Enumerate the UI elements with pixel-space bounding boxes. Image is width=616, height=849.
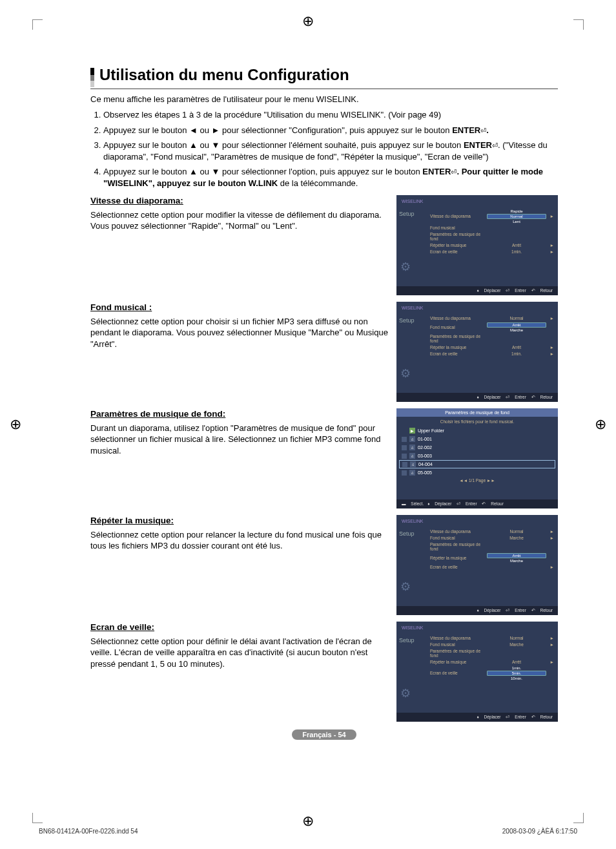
gear-icon: ⚙ <box>400 366 411 381</box>
tv-screenshot-saver: WISELINK Setup ⚙ Vitesse du diaporamaNor… <box>396 622 558 722</box>
row-label: Fond musical <box>430 642 487 647</box>
enter-label: ENTER <box>452 125 480 135</box>
row-label: Vitesse du diaporama <box>430 636 487 640</box>
arrow-icon: ► <box>546 214 554 218</box>
tv-row-repeat: Répéter la musiqueArrêt► <box>430 658 554 665</box>
footer-move: ♦ Déplacer <box>427 501 451 506</box>
tv-row-bg: Fond musicalMarche► <box>430 641 554 647</box>
step-text: Appuyez sur le bouton ▲ ou ▼ pour sélect… <box>103 167 422 176</box>
crop-mark <box>32 19 43 30</box>
tv-row-bg: Fond musicalMarche► <box>430 534 554 541</box>
crop-mark <box>32 813 43 823</box>
tv-screenshot-speed: WISELINK Setup ⚙ Vitesse du diaporama Ra… <box>396 195 558 295</box>
tv-sidebar: Setup ⚙ <box>396 208 431 278</box>
tv-footer: ♦ Déplacer ⏎ Entrer ↶ Retour <box>396 606 558 615</box>
row-value: Arrêt <box>487 660 546 664</box>
intro-text: Ce menu affiche les paramètres de l'util… <box>90 94 558 104</box>
section-heading: Vitesse du diaporama: <box>90 195 389 207</box>
tv-row-bg: Fond musical <box>430 224 554 231</box>
tv-tab: Setup <box>399 211 429 217</box>
option: Rapide <box>487 209 546 213</box>
tv-screenshot-files: Paramètres de musique de fond Choisir le… <box>396 408 558 508</box>
row-value: Rapide Normal Lent <box>487 209 546 224</box>
footer-move: ♦ Déplacer <box>477 715 500 719</box>
tv-row-bg: Fond musical Arrêt Marche <box>430 321 554 333</box>
arrow-icon: ► <box>546 345 554 350</box>
tv-brand: WISELINK <box>396 195 558 205</box>
tv-screenshot-bgmusic: WISELINK Setup ⚙ Vitesse du diaporamaNor… <box>396 302 558 402</box>
arrow-icon: ► <box>546 249 554 254</box>
row-label: Ecran de veille <box>430 565 487 569</box>
music-icon: ♫ <box>410 461 416 467</box>
tv-brand: WISELINK <box>396 515 558 525</box>
registration-mark-right: ⊕ <box>595 416 606 433</box>
row-label: Vitesse du diaporama <box>430 529 487 534</box>
row-value: Marche <box>487 536 546 540</box>
footer-return: ↶ Retour <box>531 608 553 613</box>
music-icon: ♫ <box>409 445 415 450</box>
footer-enter: ⏎ Entrer <box>506 715 526 719</box>
document-footer: BN68-01412A-00Fre-0226.indd 54 2008-03-0… <box>39 828 577 835</box>
row-value: 1min. <box>487 351 546 356</box>
section-text: Ecran de veille: Sélectionnez cette opti… <box>90 622 389 669</box>
section-body: Sélectionnez cette option pour relancer … <box>90 529 389 552</box>
tv-tab: Setup <box>399 530 429 537</box>
footer-return: ↶ Retour <box>482 501 503 506</box>
row-label: Paramètres de musique de fond <box>430 649 487 658</box>
step-2: Appuyez sur le bouton ◄ ou ► pour sélect… <box>103 125 558 136</box>
row-value: Marche <box>487 642 546 647</box>
arrow-icon: ► <box>546 565 554 569</box>
tv-main: Vitesse du diaporamaNormal► Fond musical… <box>430 634 554 681</box>
file-row-upper: ▶Upper Folder <box>396 426 558 435</box>
tv-footer: ▬ Sélect. ♦ Déplacer ⏎ Entrer ↶ Retour <box>396 499 558 508</box>
footer-move: ♦ Déplacer <box>477 395 500 399</box>
steps-list: Observez les étapes 1 à 3 de la procédur… <box>90 109 558 189</box>
checkbox-icon <box>402 437 407 442</box>
row-label: Ecran de veille <box>430 671 487 675</box>
row-label: Répéter la musique <box>430 345 487 350</box>
section-heading: Ecran de veille: <box>90 622 389 633</box>
footer-return: ↶ Retour <box>531 715 553 719</box>
arrow-icon: ► <box>546 243 554 247</box>
step-text: Observez les étapes 1 à 3 de la procédur… <box>103 110 441 120</box>
arrow-icon: ► <box>546 636 554 640</box>
option-stack: Arrêt Marche <box>487 553 546 563</box>
option-selected: 5min. <box>487 671 546 676</box>
section-text: Répéter la musique: Sélectionnez cette o… <box>90 515 389 551</box>
tv-row-bgset: Paramètres de musique de fond <box>430 333 554 344</box>
file-name: Upper Folder <box>418 428 444 433</box>
gear-icon: ⚙ <box>400 260 411 274</box>
music-icon: ♫ <box>409 436 415 442</box>
row-label: Répéter la musique <box>430 556 487 560</box>
row-value: Normal <box>487 529 546 534</box>
step-text: Appuyez sur le bouton ◄ ou ► pour sélect… <box>103 125 452 135</box>
section-body: Sélectionnez cette option pour modifier … <box>90 209 389 232</box>
enter-icon: ⏎ <box>480 126 486 136</box>
tv-main: Vitesse du diaporamaNormal► Fond musical… <box>430 315 554 357</box>
registration-mark-top: ⊕ <box>302 13 314 30</box>
checkbox-icon <box>402 470 407 476</box>
tv-brand: WISELINK <box>396 622 558 631</box>
row-label: Vitesse du diaporama <box>430 214 487 218</box>
file-row: ♫02-002 <box>396 443 558 452</box>
tv-row-saver: Ecran de veille1min.► <box>430 350 554 357</box>
file-pager: ◄◄ 1/1 Page ►► <box>396 477 558 484</box>
tv-sidebar: Setup ⚙ <box>396 634 431 704</box>
files-title: Paramètres de musique de fond <box>396 408 558 417</box>
file-row: ♫01-001 <box>396 435 558 443</box>
music-icon: ♫ <box>409 453 415 459</box>
arrow-icon: ► <box>546 642 554 647</box>
page: ⊕ ⊕ ⊕ ⊕ Utilisation du menu Configuratio… <box>0 0 616 849</box>
option-selected: Arrêt <box>487 322 546 328</box>
content-area: Utilisation du menu Configuration Ce men… <box>90 65 558 740</box>
section-heading: Paramètres de musique de fond: <box>90 408 389 420</box>
tv-screenshot-repeat: WISELINK Setup ⚙ Vitesse du diaporamaNor… <box>396 515 558 615</box>
page-title: Utilisation du menu Configuration <box>99 66 349 85</box>
footer-enter: ⏎ Entrer <box>457 501 477 506</box>
section-body: Durant un diaporama, utilisez l'option "… <box>90 423 389 457</box>
tv-footer: ♦ Déplacer ⏎ Entrer ↶ Retour <box>396 286 558 295</box>
section-repeat: Répéter la musique: Sélectionnez cette o… <box>90 515 558 615</box>
enter-icon: ⏎ <box>492 141 498 151</box>
footer-enter: ⏎ Entrer <box>506 608 526 613</box>
arrow-icon: ► <box>546 351 554 356</box>
